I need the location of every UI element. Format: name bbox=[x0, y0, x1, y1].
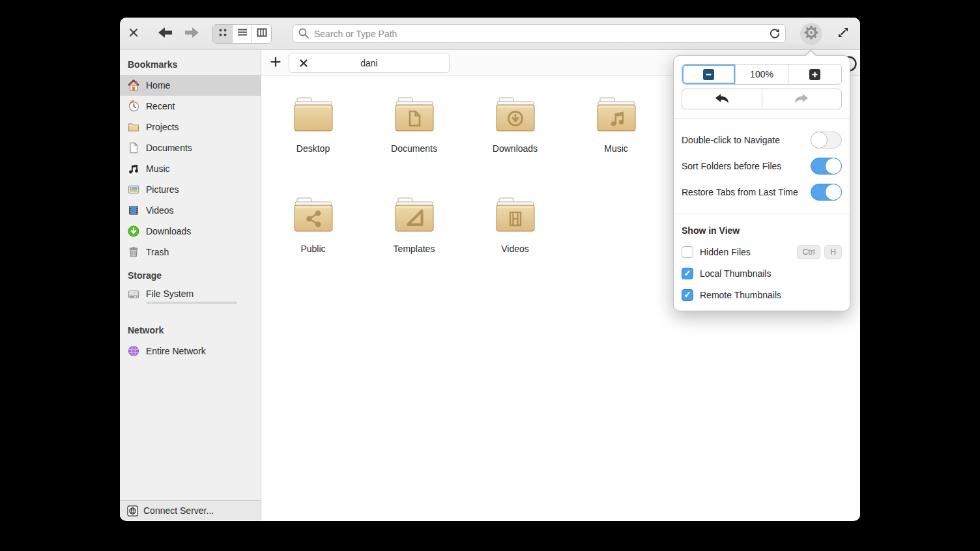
search-icon bbox=[298, 27, 310, 41]
tab-close-button[interactable] bbox=[297, 57, 310, 70]
list-view-button[interactable] bbox=[232, 25, 252, 43]
grid-item-label: Templates bbox=[394, 244, 435, 254]
local-thumbnails-checkbox[interactable]: ✓ bbox=[682, 268, 693, 279]
folder-documents-icon bbox=[392, 96, 437, 135]
hidden-files-row: Hidden Files Ctrl H bbox=[682, 241, 842, 262]
close-icon bbox=[129, 28, 138, 39]
grid-item-label: Public bbox=[300, 244, 325, 254]
grid-item-public[interactable]: Public bbox=[263, 195, 364, 295]
sidebar-item-label: Recent bbox=[146, 101, 175, 111]
search-input[interactable] bbox=[293, 24, 786, 43]
sidebar-item-recent[interactable]: Recent bbox=[120, 96, 261, 117]
forward-arrow-icon bbox=[183, 26, 200, 41]
keycap-ctrl: Ctrl bbox=[797, 245, 821, 259]
remote-thumbnails-row: ✓ Remote Thumbnails bbox=[682, 284, 842, 305]
tab-label: dani bbox=[310, 58, 441, 68]
sort-folders-toggle[interactable] bbox=[811, 158, 842, 175]
folder-share-icon bbox=[291, 196, 336, 236]
sidebar-item-label: Pictures bbox=[146, 184, 179, 195]
folder-videos-icon bbox=[493, 196, 538, 236]
double-click-navigate-toggle[interactable] bbox=[811, 132, 842, 148]
zoom-level: 100% bbox=[735, 64, 788, 84]
folder-icon bbox=[128, 121, 139, 133]
history-control bbox=[682, 89, 842, 109]
remote-thumbnails-checkbox[interactable]: ✓ bbox=[682, 289, 693, 301]
toolbar bbox=[120, 18, 860, 50]
sidebar-item-label: Videos bbox=[146, 205, 174, 216]
window-close-button[interactable] bbox=[126, 25, 141, 43]
grid-item-music[interactable]: Music bbox=[566, 94, 667, 195]
hidden-files-checkbox[interactable] bbox=[682, 246, 693, 258]
pictures-icon bbox=[128, 184, 139, 195]
sidebar-section-storage: Storage bbox=[120, 266, 261, 286]
sidebar-item-downloads[interactable]: Downloads bbox=[120, 221, 261, 242]
file-manager-window: Bookmarks Home bbox=[120, 18, 860, 521]
column-view-button[interactable] bbox=[252, 25, 271, 43]
zoom-control: 100% bbox=[682, 64, 842, 85]
fullscreen-button[interactable] bbox=[834, 25, 852, 43]
music-note-icon bbox=[128, 163, 139, 175]
toggle-knob bbox=[825, 158, 842, 175]
gear-icon bbox=[804, 25, 818, 42]
sidebar-section-bookmarks: Bookmarks bbox=[120, 55, 261, 75]
zoom-out-button[interactable] bbox=[682, 64, 735, 84]
redo-arrow-icon bbox=[794, 92, 809, 106]
sidebar-item-videos[interactable]: Videos bbox=[120, 200, 261, 221]
history-back-button[interactable] bbox=[682, 89, 762, 109]
back-button[interactable] bbox=[156, 25, 175, 43]
grid-view-button[interactable] bbox=[213, 25, 232, 43]
sidebar-item-music[interactable]: Music bbox=[120, 158, 261, 179]
double-click-navigate-row: Double-click to Navigate bbox=[682, 127, 842, 153]
connect-server-button[interactable]: Connect Server... bbox=[120, 500, 261, 520]
sidebar-item-projects[interactable]: Projects bbox=[120, 117, 261, 137]
refresh-button[interactable] bbox=[768, 27, 782, 41]
sidebar-item-documents[interactable]: Documents bbox=[120, 137, 261, 158]
sidebar-item-label: Entire Network bbox=[146, 346, 206, 356]
toggle-label: Restore Tabs from Last Time bbox=[682, 187, 798, 197]
restore-tabs-toggle[interactable] bbox=[811, 184, 842, 201]
settings-popup: 100% bbox=[673, 55, 850, 311]
disk-usage-bar bbox=[146, 302, 237, 304]
grid-item-downloads[interactable]: Downloads bbox=[465, 94, 566, 195]
sidebar-item-home[interactable]: Home bbox=[120, 75, 261, 96]
sort-folders-row: Sort Folders before Files bbox=[682, 153, 842, 179]
undo-arrow-icon bbox=[714, 92, 730, 106]
search-bar bbox=[293, 24, 786, 43]
zoom-in-button[interactable] bbox=[788, 64, 841, 84]
zoom-in-icon bbox=[809, 69, 820, 80]
popup-divider bbox=[674, 214, 850, 214]
forward-button[interactable] bbox=[182, 25, 201, 43]
server-globe-icon bbox=[126, 505, 138, 516]
checkbox-label: Hidden Files bbox=[700, 247, 751, 257]
plus-icon bbox=[270, 57, 281, 69]
folder-templates-icon bbox=[392, 196, 437, 236]
sidebar-item-file-system[interactable]: File System bbox=[120, 286, 261, 317]
sidebar-item-entire-network[interactable]: Entire Network bbox=[120, 341, 261, 361]
keycap-h: H bbox=[824, 245, 842, 259]
sidebar-item-pictures[interactable]: Pictures bbox=[120, 179, 261, 200]
sidebar: Bookmarks Home bbox=[120, 50, 261, 520]
toggle-knob bbox=[811, 132, 828, 148]
popup-caret bbox=[804, 49, 817, 56]
column-view-icon bbox=[257, 27, 267, 40]
grid-item-templates[interactable]: Templates bbox=[364, 195, 465, 295]
new-tab-button[interactable] bbox=[267, 54, 285, 72]
grid-view-icon bbox=[218, 27, 228, 40]
settings-button[interactable] bbox=[800, 23, 822, 45]
connect-server-label: Connect Server... bbox=[143, 505, 214, 516]
sidebar-item-label: Downloads bbox=[146, 226, 191, 236]
grid-item-videos[interactable]: Videos bbox=[465, 195, 566, 295]
tab-dani[interactable]: dani bbox=[289, 53, 450, 73]
grid-item-desktop[interactable]: Desktop bbox=[263, 94, 364, 195]
toggle-label: Sort Folders before Files bbox=[682, 161, 781, 171]
sidebar-item-trash[interactable]: Trash bbox=[120, 242, 261, 262]
sidebar-item-label: File System bbox=[146, 289, 237, 299]
history-forward-button[interactable] bbox=[762, 89, 842, 109]
toggle-label: Double-click to Navigate bbox=[682, 135, 780, 145]
recent-icon bbox=[128, 100, 139, 112]
checkbox-label: Local Thumbnails bbox=[700, 268, 771, 279]
grid-item-documents[interactable]: Documents bbox=[364, 94, 465, 195]
fullscreen-icon bbox=[837, 26, 850, 41]
toggle-knob bbox=[825, 184, 842, 201]
grid-item-label: Music bbox=[604, 143, 628, 154]
